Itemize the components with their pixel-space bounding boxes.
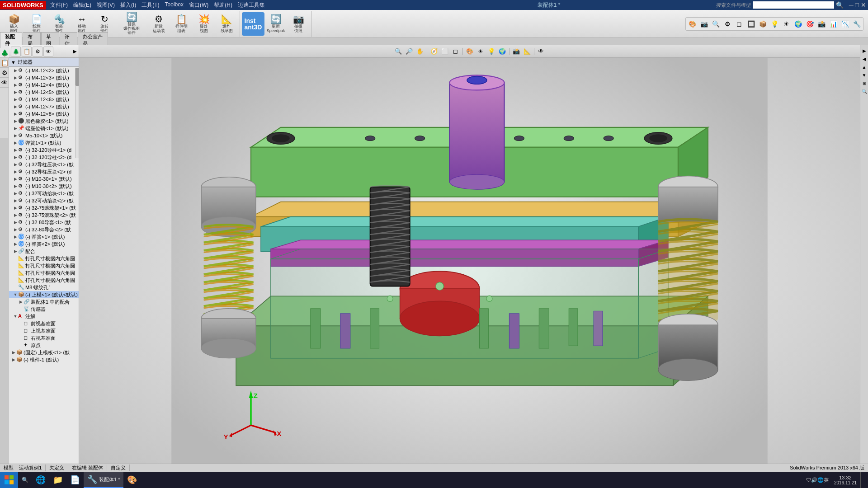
tree-item-origin[interactable]: ✦原点: [9, 342, 79, 349]
view-icon-5[interactable]: ◻: [734, 19, 745, 29]
zoom-select-btn[interactable]: ✋: [415, 47, 425, 56]
panel-expand-btn[interactable]: ▶: [73, 49, 77, 54]
tree-item-liftblock1[interactable]: ▶⚙(-) 32可动抬块<1> (默: [9, 190, 79, 197]
tree-item-guide120-1[interactable]: ▶⚙(-) 32-120导柱<1> (d: [9, 146, 79, 154]
view-icon-6[interactable]: 🔲: [745, 19, 756, 29]
view-icon-2[interactable]: 📷: [698, 19, 709, 29]
tree-item-spring-a[interactable]: ▶🌀(-) 弹簧<1> (默认): [9, 233, 79, 240]
taskbar-search[interactable]: 🔍: [18, 472, 32, 488]
menu-file[interactable]: 文件(F): [48, 1, 70, 9]
view-icon-10[interactable]: 🌍: [793, 19, 803, 29]
tree-item-m4-12-7[interactable]: ▶⚙(-) M4-12<7> (默认): [9, 103, 79, 110]
tree-item-mates[interactable]: ▶🔗配合: [9, 248, 79, 255]
tray-icons[interactable]: 🛡 🔊 🌐 英: [804, 472, 830, 488]
view-right-4[interactable]: ▼: [861, 71, 868, 79]
view-right-3[interactable]: ▲: [861, 63, 868, 70]
tree-item-m4-12-2[interactable]: ▶⚙(-) M4-12<2> (默认): [9, 67, 79, 74]
tree-item-upper-plate[interactable]: ▶📦(固定) 上模板<1> (默: [9, 349, 79, 356]
tree-item-pressblock2[interactable]: ▶⚙(-) 32导柱压块<2> (d: [9, 168, 79, 175]
view-right-1[interactable]: ▶: [861, 47, 868, 54]
scrollbar-thumb[interactable]: [75, 68, 79, 86]
menu-view[interactable]: 视图(V): [94, 1, 117, 9]
view-icon-1[interactable]: 🎨: [687, 19, 698, 29]
tree-item-liftblock2[interactable]: ▶⚙(-) 32可动抬块<2> (默: [9, 197, 79, 204]
taskbar-acrobat[interactable]: 📄: [66, 472, 84, 488]
menu-help[interactable]: 帮助(H): [212, 1, 235, 9]
view-icon-14[interactable]: 📉: [840, 19, 850, 29]
view-appearance-btn[interactable]: 💡: [486, 47, 496, 56]
view-scene-btn[interactable]: 🌍: [497, 47, 507, 56]
realview-btn[interactable]: 📸: [511, 47, 521, 56]
view-right-6[interactable]: 🔍: [861, 88, 868, 95]
view-icon-8[interactable]: 💡: [769, 19, 780, 29]
zoom-to-fit-btn[interactable]: 🔍: [393, 47, 403, 56]
status-model-tab[interactable]: 模型: [4, 465, 14, 470]
prop-tab-property[interactable]: 📋: [0, 58, 9, 68]
prop-tab-display[interactable]: 👁: [0, 78, 9, 88]
minimize-icon[interactable]: ─: [849, 1, 854, 9]
build-motion-btn[interactable]: ⚙ 新建运动装: [147, 12, 170, 36]
3d-viewport[interactable]: Z X Y: [79, 58, 860, 480]
panel-btn-3[interactable]: ⚙: [33, 47, 42, 56]
tree-item-m4-12-4[interactable]: ▶⚙(-) M4-12<4> (默认): [9, 81, 79, 89]
menu-maidi[interactable]: 迈迪工具集: [236, 1, 267, 9]
tree-item-rubber[interactable]: ▶⚫黑色橡胶<1> (默认): [9, 117, 79, 125]
start-button[interactable]: [0, 472, 18, 488]
tree-item-hole3[interactable]: 📐打孔尺寸根据内六角圆: [9, 269, 79, 277]
view-icon-3[interactable]: 🔍: [710, 19, 721, 29]
perspective-btn[interactable]: 📐: [522, 47, 532, 56]
view-icon-12[interactable]: 📸: [816, 19, 827, 29]
tree-item-m4-12-8[interactable]: ▶⚙(-) M4-12<8> (默认): [9, 110, 79, 117]
tree-item-hole4[interactable]: 📐打孔尺寸根据内六角圆: [9, 277, 79, 284]
tree-item-hole2[interactable]: 📐打孔尺寸根据内六角圆: [9, 262, 79, 269]
tree-item-m4-12-6[interactable]: ▶⚙(-) M4-12<6> (默认): [9, 96, 79, 103]
prop-tab-config[interactable]: ⚙: [0, 68, 9, 78]
search-icon[interactable]: 🔍: [836, 1, 844, 9]
view-right-2[interactable]: ◀: [861, 55, 868, 62]
tree-item-ballholder2[interactable]: ▶⚙(-) 32-75滚珠架<2> (默: [9, 211, 79, 219]
close-icon[interactable]: ✕: [861, 1, 866, 9]
taskbar-paint[interactable]: 🎨: [123, 472, 141, 488]
bom-btn[interactable]: 📋 样件明组表: [170, 12, 193, 36]
tree-item-ballholder1[interactable]: ▶⚙(-) 32-75滚珠架<1> (默: [9, 204, 79, 211]
instant3d-btn[interactable]: Instant3D: [242, 12, 264, 36]
panel-btn-2[interactable]: 📋: [22, 47, 32, 56]
view-section-btn[interactable]: ◻: [451, 47, 461, 56]
view-icon-9[interactable]: ☀: [781, 19, 792, 29]
prop-tab-feature[interactable]: 🌲: [0, 48, 9, 58]
view-right-5[interactable]: ⊞: [861, 80, 868, 87]
clock[interactable]: 13:32 2016.11.21: [832, 472, 859, 488]
tree-item-die1[interactable]: ▶📦(-) 模件-1 (默认): [9, 356, 79, 363]
tree-item-top-plane[interactable]: ◻上视基准面: [9, 327, 79, 334]
tree-item-m10-30-1[interactable]: ▶⚙(-) M10-30<1> (默认): [9, 175, 79, 183]
tree-item-sensor[interactable]: 📡传感器: [9, 305, 79, 313]
panel-btn-4[interactable]: 👁: [43, 47, 53, 56]
view-icon-15[interactable]: 🔧: [851, 19, 862, 29]
view-icon-13[interactable]: 📊: [828, 19, 839, 29]
status-motion-tab[interactable]: 运动算例1: [19, 465, 42, 470]
update-speedpak-btn[interactable]: 🔄 更新Speedpak: [264, 12, 287, 36]
hide-show-btn[interactable]: 👁: [536, 47, 546, 56]
explode-btn[interactable]: 💥 爆炸视图: [193, 12, 215, 36]
tree-item-guide120-2[interactable]: ▶⚙(-) 32-120导柱<2> (d: [9, 154, 79, 161]
explode-sketch-btn[interactable]: 📐 爆炸线草图: [215, 12, 238, 36]
taskbar-ie[interactable]: 🌐: [32, 472, 49, 488]
view-orient-btn[interactable]: 🧭: [429, 47, 439, 56]
zoom-in-btn[interactable]: 🔎: [404, 47, 414, 56]
replace-explode-btn[interactable]: 🔄 替换爆炸视图部件: [116, 12, 147, 36]
tree-item-pressblock1[interactable]: ▶⚙(-) 32导柱压块<1> (默: [9, 161, 79, 168]
tree-item-pin[interactable]: ▶📌端座位销<1> (默认): [9, 125, 79, 132]
menu-tools[interactable]: 工具(T): [139, 1, 161, 9]
tree-item-m4-12-3[interactable]: ▶⚙(-) M4-12<3> (默认): [9, 74, 79, 81]
tree-item-assy-mates[interactable]: ▶🔗装配体1 中的配合: [9, 298, 79, 305]
view-icon-4[interactable]: ⚙: [722, 19, 733, 29]
tree-item-m8thread[interactable]: 🔧M8 螺纹孔1: [9, 284, 79, 291]
menu-edit[interactable]: 编辑(E): [71, 1, 94, 9]
tree-item-hole1[interactable]: 📐打孔尺寸根据内六角圆: [9, 255, 79, 262]
taskbar-explorer[interactable]: 📁: [49, 472, 66, 488]
view-icon-7[interactable]: 📦: [757, 19, 768, 29]
tree-item-front-plane[interactable]: ◻前视基准面: [9, 320, 79, 327]
search-input[interactable]: [753, 1, 834, 9]
tree-item-bushing2[interactable]: ▶⚙(-) 32-80导套<2> (默: [9, 226, 79, 233]
tree-item-annotations[interactable]: ▼A注解: [9, 313, 79, 320]
